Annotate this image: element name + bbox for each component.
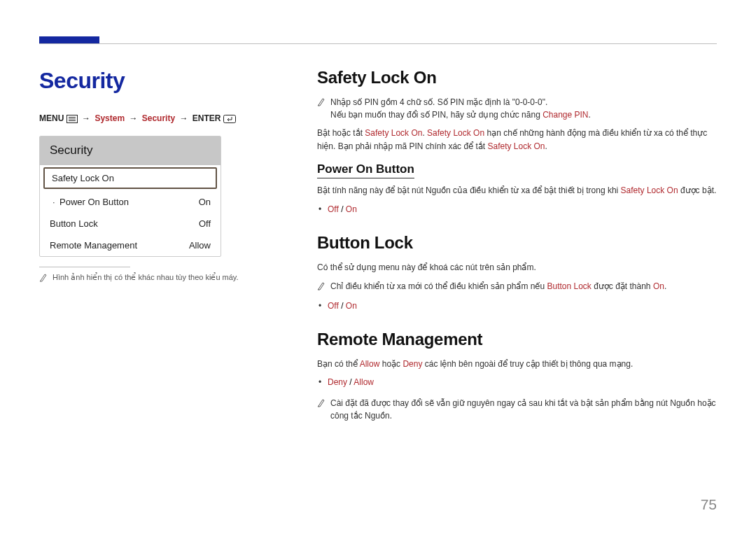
section-button-lock: Button Lock	[317, 233, 717, 253]
txt: Safety Lock On	[365, 128, 422, 138]
txt-on: On	[346, 301, 357, 311]
note-icon	[317, 398, 326, 411]
note-remote: Cài đặt đã được thay đổi sẽ vẫn giữ nguy…	[317, 397, 717, 422]
breadcrumb-arrow: →	[179, 113, 188, 123]
txt: .	[589, 110, 591, 120]
txt: Button Lock	[547, 281, 591, 291]
txt-change-pin: Change PIN	[542, 110, 588, 120]
note-btnlock: Chỉ điều khiển từ xa mới có thể điều khi…	[317, 280, 717, 294]
remote-paragraph: Bạn có thể Allow hoặc Deny các lệnh bên …	[317, 358, 717, 371]
safety-paragraph: Bật hoặc tắt Safety Lock On. Safety Lock…	[317, 127, 717, 153]
txt: Nhập số PIN gồm 4 chữ số. Số PIN mặc địn…	[330, 97, 547, 107]
power-options: Off / On	[317, 203, 717, 216]
breadcrumb-security: Security	[142, 113, 175, 123]
menu-icon	[66, 115, 78, 123]
left-column: Security MENU → System → Security → ENTE…	[39, 68, 281, 428]
power-paragraph: Bật tính năng này để bật nút Nguồn của đ…	[317, 184, 717, 197]
txt: Nếu bạn muốn thay đổi số PIN, hãy sử dụn…	[330, 110, 542, 120]
subsection-power-on-button: Power On Button	[317, 162, 414, 178]
note-icon	[317, 97, 326, 110]
menu-header: Security	[40, 136, 220, 165]
txt: /	[339, 204, 346, 214]
txt: Bật hoặc tắt	[317, 128, 365, 138]
txt: hoặc	[379, 359, 402, 369]
breadcrumb-arrow: →	[129, 113, 137, 123]
note-text: Nhập số PIN gồm 4 chữ số. Số PIN mặc địn…	[330, 96, 717, 121]
breadcrumb-menu: MENU	[39, 113, 64, 123]
note-pin: Nhập số PIN gồm 4 chữ số. Số PIN mặc địn…	[317, 96, 717, 121]
txt: Allow	[360, 359, 380, 369]
option-deny-allow: Deny / Allow	[328, 376, 717, 389]
txt-off: Off	[328, 301, 339, 311]
footnote-text: Hình ảnh hiển thị có thể khác nhau tùy t…	[52, 272, 281, 283]
menu-row-power-on-button[interactable]: Power On Button On	[40, 191, 220, 213]
btnlock-paragraph: Có thể sử dụng menu này để khoá các nút …	[317, 261, 717, 274]
note-icon	[317, 281, 326, 294]
note-icon	[39, 272, 48, 286]
remote-options: Deny / Allow	[317, 376, 717, 389]
note-text: Chỉ điều khiển từ xa mới có thể điều khi…	[330, 280, 717, 293]
txt: .	[664, 281, 666, 291]
txt-on: On	[346, 204, 357, 214]
txt: .	[545, 141, 547, 151]
txt: Bạn có thể	[317, 359, 360, 369]
note-text: Cài đặt đã được thay đổi sẽ vẫn giữ nguy…	[330, 397, 717, 422]
option-off-on: Off / On	[328, 300, 717, 313]
menu-row-button-lock[interactable]: Button Lock Off	[40, 213, 220, 234]
txt: On	[653, 281, 664, 291]
option-off-on: Off / On	[328, 203, 717, 216]
txt: được bật.	[678, 185, 717, 195]
menu-row-safety-lock-on[interactable]: Safety Lock On	[43, 167, 217, 189]
breadcrumb-arrow: →	[82, 113, 90, 123]
page-top-marker	[39, 36, 99, 43]
breadcrumb-system: System	[94, 113, 125, 123]
menu-row-label: Remote Management	[50, 240, 137, 251]
footnote-divider	[39, 267, 130, 267]
txt: được đặt thành	[592, 281, 653, 291]
settings-menu-mock: Security Safety Lock On Power On Button …	[39, 136, 221, 257]
menu-row-value: On	[199, 197, 211, 207]
menu-row-label: Power On Button	[59, 197, 129, 207]
txt: Deny	[402, 359, 422, 369]
page-top-rule	[39, 43, 717, 44]
breadcrumb: MENU → System → Security → ENTER	[39, 113, 281, 123]
txt: Safety Lock On	[487, 141, 545, 151]
menu-row-label: Safety Lock On	[52, 173, 114, 183]
right-column: Safety Lock On Nhập số PIN gồm 4 chữ số.…	[317, 68, 717, 428]
txt: Safety Lock On	[427, 128, 484, 138]
txt: Bật tính năng này để bật nút Nguồn của đ…	[317, 185, 621, 195]
menu-row-value: Allow	[189, 240, 211, 251]
svg-rect-4	[223, 115, 235, 123]
txt: các lệnh bên ngoài để truy cập thiết bị …	[422, 359, 633, 369]
enter-icon	[223, 115, 236, 123]
txt: Chỉ điều khiển từ xa mới có thể điều khi…	[330, 281, 547, 291]
txt: /	[339, 301, 346, 311]
txt-off: Off	[328, 204, 339, 214]
menu-row-value: Off	[199, 218, 211, 229]
txt: /	[347, 377, 354, 387]
breadcrumb-enter: ENTER	[192, 113, 221, 123]
page-number: 75	[701, 496, 717, 513]
section-safety-lock-on: Safety Lock On	[317, 68, 717, 87]
txt-deny: Deny	[328, 377, 347, 387]
section-remote-management: Remote Management	[317, 330, 717, 349]
btnlock-options: Off / On	[317, 300, 717, 313]
menu-row-remote-management[interactable]: Remote Management Allow	[40, 234, 220, 256]
txt: Safety Lock On	[621, 185, 678, 195]
menu-row-label: Button Lock	[50, 218, 98, 229]
txt-allow: Allow	[354, 377, 374, 387]
page-title: Security	[39, 68, 281, 94]
footnote: Hình ảnh hiển thị có thể khác nhau tùy t…	[39, 272, 281, 286]
